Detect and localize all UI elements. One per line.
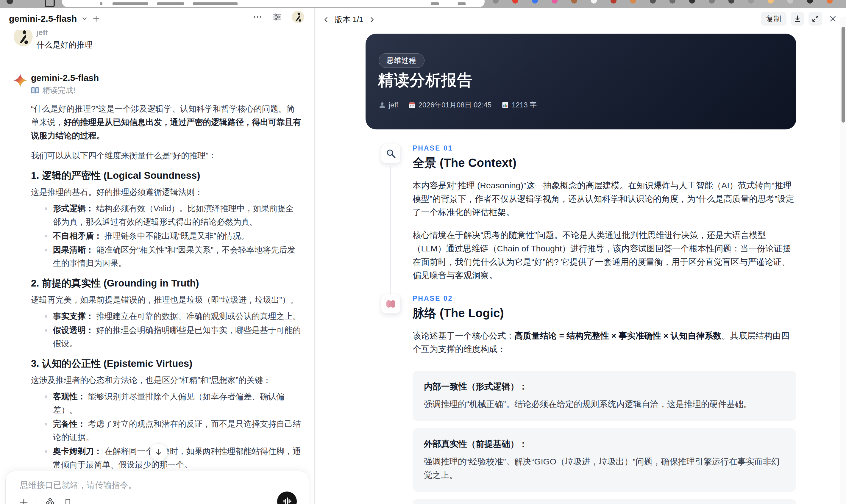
extension-icon[interactable]: [787, 0, 793, 4]
extension-icon[interactable]: [728, 0, 734, 4]
logic-card: 主体伦理（认识美德）： 转向推理者的心理特征。引入奥卡姆剃刀和反向论证，旨在克服…: [412, 499, 796, 504]
prev-version-icon[interactable]: [323, 16, 330, 23]
extension-icon[interactable]: [493, 0, 499, 4]
phase-paragraph: 核心情境在于解决“思考的随意性”问题。不论是人类通过批判性思维进行决策，还是大语…: [412, 229, 796, 282]
bar-chart-icon: [501, 102, 509, 109]
card-title: 内部一致性（形式逻辑）：: [424, 381, 785, 393]
next-version-icon[interactable]: [369, 16, 375, 23]
message-composer[interactable]: 思维接口已就绪，请传输指令。: [5, 471, 309, 504]
browser-extensions-row: [493, 0, 833, 4]
phase-section-1: PHASE 01 全景 (The Context) 本内容是对“推理 (Reas…: [381, 144, 796, 282]
extension-icon[interactable]: [748, 0, 754, 4]
bullet-list: 客观性： 能够识别并尽量排除个人偏见（如幸存者偏差、确认偏差）。 完备性： 考虑…: [31, 390, 301, 471]
settings-sliders-icon[interactable]: [272, 12, 282, 22]
phase-label: PHASE 02: [412, 294, 796, 303]
extension-icon[interactable]: [551, 0, 558, 4]
user-avatar: [14, 28, 33, 47]
close-button[interactable]: [826, 12, 840, 25]
chat-header: gemini-2.5-flash: [0, 8, 314, 30]
bookmark-icon[interactable]: [63, 498, 73, 504]
word-count-meta: 1213 字: [501, 100, 537, 110]
browser-profile-icon[interactable]: [6, 0, 13, 4]
list-item: 不自相矛盾： 推理链条中不能出现“既是又非”的情况。: [43, 229, 301, 242]
extension-icon[interactable]: [650, 0, 656, 4]
app-window: gemini-2.5-flash: [0, 0, 846, 504]
user-avatar[interactable]: [292, 11, 304, 23]
assistant-message: gemini-2.5-flash 精读完成! “什么是好的推理?”这是一个涉及逻…: [14, 73, 301, 504]
list-item: 形式逻辑： 结构必须有效（Valid）。比如演绎推理中，如果前提全部为真，那么通…: [43, 202, 301, 229]
extension-icon[interactable]: [591, 0, 597, 4]
logic-card: 外部真实性（前提基础）： 强调推理的“经验校准”。解决“GIGO（垃圾进，垃圾出…: [412, 428, 796, 492]
user-message: jeff 什么是好的推理: [14, 28, 301, 51]
extension-icon[interactable]: [669, 0, 675, 4]
extension-icon[interactable]: [709, 0, 715, 4]
book-icon: [31, 87, 39, 94]
section-heading: 2. 前提的真实性 (Grounding in Truth): [31, 277, 301, 289]
card-text: 强调推理的“经验校准”。解决“GIGO（垃圾进，垃圾出）”问题，确保推理引擎运行…: [424, 455, 785, 482]
extension-icon[interactable]: [807, 0, 813, 4]
report-title: 精读分析报告: [378, 70, 473, 91]
divider: [37, 498, 37, 504]
composer-placeholder[interactable]: 思维接口已就绪，请传输指令。: [20, 480, 137, 491]
new-chat-button[interactable]: [92, 15, 100, 23]
date-meta: 2026年01月08日 02:45: [408, 100, 492, 110]
person-icon: [378, 102, 386, 109]
extension-icon[interactable]: [571, 0, 577, 4]
phase-section-2: PHASE 02 脉络 (The Logic) 该论述基于一个核心公式：高质量结…: [381, 294, 796, 504]
status-text: 精读完成!: [42, 85, 75, 95]
browser-apps-icon[interactable]: [45, 0, 55, 7]
list-item: 事实支撑： 推理建立在可靠的数据、准确的观测或公认的真理之上。: [43, 309, 301, 323]
skills-diamond-icon[interactable]: [45, 498, 55, 504]
expand-button[interactable]: [809, 12, 822, 25]
extension-icon[interactable]: [689, 0, 695, 4]
extension-icon[interactable]: [768, 0, 774, 4]
list-item: 因果清晰： 能准确区分“相关性”和“因果关系”，不会轻率地将先后发生的事情归为因…: [43, 243, 301, 270]
report-meta: jeff 2026年01月08日 02:45 1213 字: [378, 100, 537, 110]
window-scrollbar[interactable]: [840, 17, 846, 504]
list-item: 完备性： 考虑了对立的观点和潜在的反证，而不是只选择支持自己结论的证据。: [43, 417, 301, 444]
model-selector[interactable]: gemini-2.5-flash: [9, 14, 77, 24]
copy-button[interactable]: 复制: [761, 12, 787, 25]
phase-timeline: [390, 166, 391, 300]
list-item: 假设透明： 好的推理会明确指明哪些是已知事实，哪些是基于可能的假设。: [43, 323, 301, 350]
message-author: gemini-2.5-flash: [31, 73, 301, 83]
chat-messages[interactable]: jeff 什么是好的推理 gemini-2.5-flash: [0, 28, 314, 504]
intro-paragraph: “什么是好的推理?”这是一个涉及逻辑学、认知科学和哲学核心的问题。简单来说，好的…: [31, 102, 301, 142]
bullet-list: 形式逻辑： 结构必须有效（Valid）。比如演绎推理中，如果前提全部为真，那么通…: [31, 202, 301, 270]
attach-plus-icon[interactable]: [19, 498, 29, 504]
lead-paragraph: 我们可以从以下四个维度来衡量什么是“好的推理”：: [31, 149, 301, 162]
more-options-icon[interactable]: [252, 12, 263, 22]
document-scroll-area[interactable]: 思维过程 精读分析报告 jeff 2026年01月08日 02:45 1213 …: [315, 34, 846, 504]
list-item: 客观性： 能够识别并尽量排除个人偏见（如幸存者偏差、确认偏差）。: [43, 390, 301, 416]
chevron-down-icon[interactable]: [81, 15, 88, 22]
close-icon: [829, 15, 837, 23]
section-desc: 这涉及推理者的心态和方法论，也是区分“杠精”和“思想家”的关键：: [31, 373, 301, 387]
gemini-star-icon: [13, 73, 28, 88]
extension-icon[interactable]: [611, 0, 616, 4]
extension-icon[interactable]: [630, 0, 636, 4]
extension-icon[interactable]: [532, 0, 538, 4]
voice-input-button[interactable]: [277, 491, 297, 504]
phase-paragraph: 该论述基于一个核心公式：高质量结论 = 结构完整性 × 事实准确性 × 认知自律…: [412, 329, 796, 356]
phase-label: PHASE 01: [412, 144, 796, 152]
extension-icon[interactable]: [827, 0, 833, 4]
logic-card: 内部一致性（形式逻辑）： 强调推理的“机械正确”。结论必须在给定的规则系统内逻辑…: [412, 371, 796, 421]
section-desc: 逻辑再完美，如果前提是错误的，推理也是垃圾（即“垃圾进，垃圾出”）。: [31, 293, 301, 306]
address-bar[interactable]: [62, 0, 484, 7]
download-button[interactable]: [791, 12, 804, 25]
expand-icon: [811, 15, 819, 23]
section-desc: 这是推理的基石。好的推理必须遵循逻辑法则：: [31, 185, 301, 199]
waveform-icon: [282, 496, 292, 504]
card-title: 外部真实性（前提基础）：: [424, 438, 785, 450]
magnifier-icon: [381, 144, 401, 163]
card-text: 强调推理的“机械正确”。结论必须在给定的规则系统内逻辑自洽，这是推理的硬件基础。: [424, 397, 785, 411]
version-label: 版本 1/1: [335, 14, 363, 25]
browser-toolbar: [0, 0, 846, 8]
download-icon: [794, 15, 801, 23]
phase-paragraph: 本内容是对“推理 (Reasoning)”这一抽象概念的高层建模。在知识爆炸与人…: [412, 179, 796, 219]
extension-icon[interactable]: [512, 0, 518, 4]
document-panel: 版本 1/1 复制 思维过程 精读分析报告: [315, 8, 846, 504]
scrollbar-thumb[interactable]: [842, 27, 845, 123]
scroll-to-bottom-button[interactable]: [150, 443, 168, 461]
chat-panel: gemini-2.5-flash: [0, 8, 314, 504]
